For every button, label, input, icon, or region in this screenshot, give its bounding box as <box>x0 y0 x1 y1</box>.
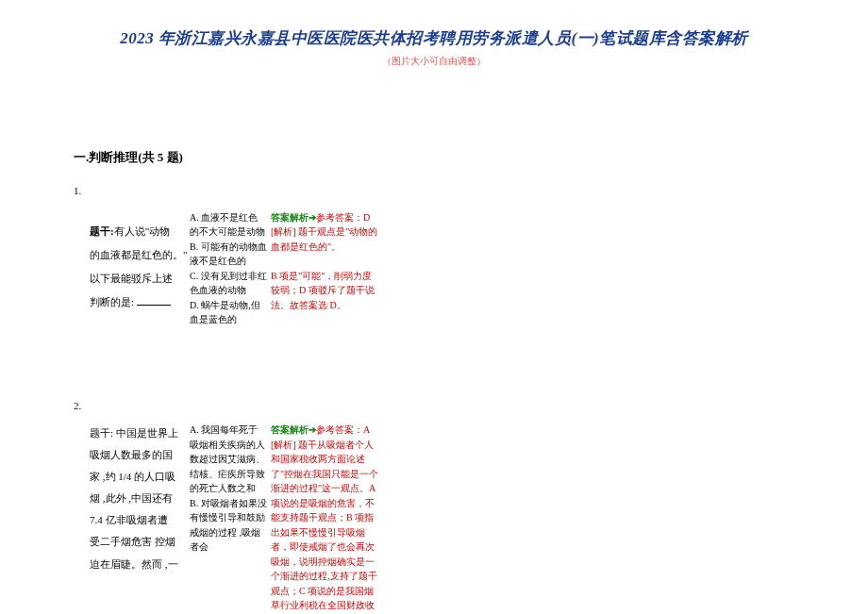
q1-answer: 答案解析➔参考答案：D [解析] 题干观点是"动物的血都是红色的"。 B 项是"… <box>271 210 380 313</box>
q1-opt-a: A. 血液不是红色的不大可能是动物 <box>190 210 267 240</box>
q2-number: 2. <box>74 398 868 414</box>
q1-ans-label: 答案解析➔ <box>271 212 316 223</box>
q1-options: A. 血液不是红色的不大可能是动物 B. 可能有的动物血液不是红色的 C. 没有… <box>190 210 267 327</box>
q1-number: 1. <box>74 183 868 199</box>
section-header: 一.判断推理(共 5 题) <box>74 148 868 167</box>
q2-stem-lead: 题干: <box>90 427 113 439</box>
q2-container: 题干: 中国是世界上吸烟人数最多的国家 ,约 1/4 的人口吸烟 ,此外 ,中国… <box>90 423 868 614</box>
blank-line <box>137 295 171 306</box>
doc-title: 2023 年浙江嘉兴永嘉县中医医院医共体招考聘用劳务派遣人员(一)笔试题库含答案… <box>0 0 868 51</box>
q2-opt-a: A. 我国每年死于吸烟相关疾病的人数超过因艾滋病、结核、疟疾所导致的死亡人数之和 <box>190 423 267 496</box>
q1-ans-ref: 参考答案：D <box>316 212 370 223</box>
q2-ans-label: 答案解析➔ <box>271 424 316 435</box>
q1-stem-lead: 题干: <box>90 225 114 237</box>
q2-stem: 题干: 中国是世界上吸烟人数最多的国家 ,约 1/4 的人口吸烟 ,此外 ,中国… <box>90 423 190 575</box>
q2-options: A. 我国每年死于吸烟相关疾病的人数超过因艾滋病、结核、疟疾所导致的死亡人数之和… <box>190 423 267 555</box>
q2-opt-b: B. 对吸烟者如果没有慢慢引导和鼓励戒烟的过程 ,吸烟者会 <box>190 496 267 555</box>
q1-analysis-1: [解析] 题干观点是"动物的血都是红色的"。 <box>271 224 380 254</box>
q2-analysis: [解析] 题干从吸烟者个人和国家税收两方面论述了"控烟在我国只能是一个渐进的过程… <box>271 438 380 615</box>
q1-opt-c: C. 没有见到过非红色血液的动物 <box>190 269 267 298</box>
doc-subtitle: （图片大小可自由调整） <box>0 54 868 68</box>
q1-opt-b: B. 可能有的动物血液不是红色的 <box>190 240 267 269</box>
q1-stem: 题干:有人说"动物的血液都是红色的。"以下最能驳斥上述判断的是: <box>90 210 190 315</box>
q2-ans-ref: 参考答案：A <box>316 424 370 435</box>
q1-analysis-2: B 项是"可能"，削弱力度较弱；D 项驳斥了题干说法。故答案选 D。 <box>271 269 380 313</box>
q2-answer: 答案解析➔参考答案：A [解析] 题干从吸烟者个人和国家税收两方面论述了"控烟在… <box>271 423 380 614</box>
q1-opt-d: D. 蜗牛是动物,但血是蓝色的 <box>190 298 267 327</box>
q1-container: 题干:有人说"动物的血液都是红色的。"以下最能驳斥上述判断的是: A. 血液不是… <box>90 210 868 327</box>
